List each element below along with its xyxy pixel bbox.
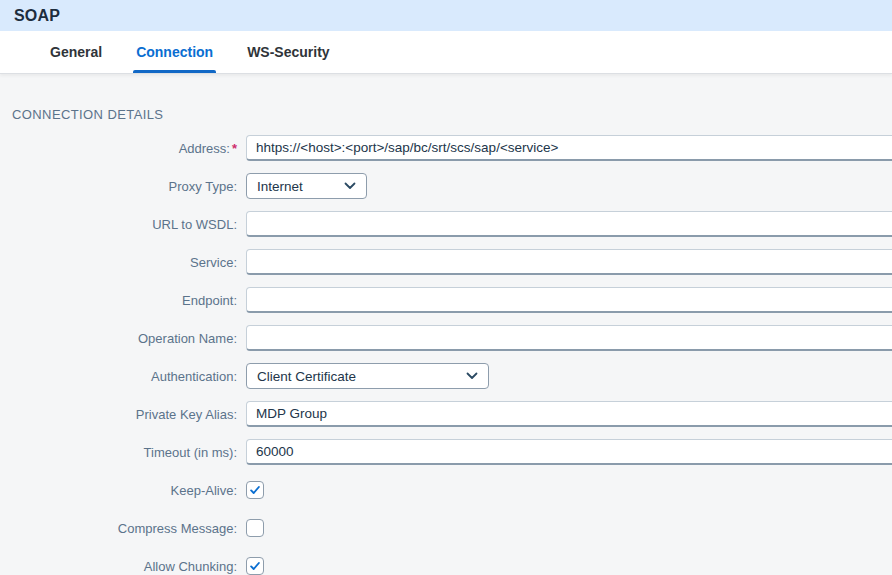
service-label: Service: — [0, 255, 237, 270]
allow-chunking-label: Allow Chunking: — [0, 559, 237, 574]
proxy-type-select[interactable]: Internet — [246, 173, 367, 199]
form-row-timeout: Timeout (in ms): — [0, 439, 892, 465]
checkmark-icon — [249, 560, 261, 572]
authentication-select[interactable]: Client Certificate — [246, 363, 489, 389]
form-row-address: Address:* — [0, 135, 892, 161]
url-to-wsdl-input[interactable] — [246, 211, 892, 237]
form-row-private-key-alias: Private Key Alias: — [0, 401, 892, 427]
form-row-allow-chunking: Allow Chunking: — [0, 553, 892, 575]
keep-alive-label: Keep-Alive: — [0, 483, 237, 498]
chevron-down-icon — [466, 372, 478, 380]
address-label: Address:* — [0, 141, 237, 156]
endpoint-label: Endpoint: — [0, 293, 237, 308]
address-input[interactable] — [246, 135, 892, 161]
compress-message-label: Compress Message: — [0, 521, 237, 536]
page-title: SOAP — [14, 7, 60, 25]
tab-ws-security[interactable]: WS-Security — [245, 31, 331, 73]
operation-name-input[interactable] — [246, 325, 892, 351]
page-header: SOAP — [0, 0, 892, 31]
form-row-operation-name: Operation Name: — [0, 325, 892, 351]
chevron-down-icon — [344, 182, 356, 190]
proxy-type-selected-value: Internet — [257, 179, 303, 194]
service-input[interactable] — [246, 249, 892, 275]
connection-details-form: CONNECTION DETAILS Address:* Proxy Type:… — [0, 74, 892, 575]
form-row-endpoint: Endpoint: — [0, 287, 892, 313]
private-key-alias-input[interactable] — [246, 401, 892, 427]
checkmark-icon — [249, 484, 261, 496]
form-row-proxy-type: Proxy Type: Internet — [0, 173, 892, 199]
required-asterisk: * — [232, 141, 237, 156]
keep-alive-checkbox[interactable] — [246, 481, 264, 499]
endpoint-input[interactable] — [246, 287, 892, 313]
soap-adapter-panel: SOAP General Connection WS-Security CONN… — [0, 0, 892, 575]
section-title: CONNECTION DETAILS — [12, 107, 892, 122]
form-row-authentication: Authentication: Client Certificate — [0, 363, 892, 389]
tab-bar: General Connection WS-Security — [0, 31, 892, 74]
proxy-type-label: Proxy Type: — [0, 179, 237, 194]
form-row-service: Service: — [0, 249, 892, 275]
tab-connection[interactable]: Connection — [134, 31, 215, 73]
compress-message-checkbox[interactable] — [246, 519, 264, 537]
timeout-input[interactable] — [246, 439, 892, 465]
address-label-text: Address: — [179, 141, 230, 156]
allow-chunking-checkbox[interactable] — [246, 557, 264, 575]
tab-general[interactable]: General — [48, 31, 104, 73]
private-key-alias-label: Private Key Alias: — [0, 407, 237, 422]
authentication-selected-value: Client Certificate — [257, 369, 356, 384]
url-to-wsdl-label: URL to WSDL: — [0, 217, 237, 232]
operation-name-label: Operation Name: — [0, 331, 237, 346]
form-row-keep-alive: Keep-Alive: — [0, 477, 892, 503]
form-row-url-to-wsdl: URL to WSDL: — [0, 211, 892, 237]
timeout-label: Timeout (in ms): — [0, 445, 237, 460]
authentication-label: Authentication: — [0, 369, 237, 384]
form-row-compress-message: Compress Message: — [0, 515, 892, 541]
